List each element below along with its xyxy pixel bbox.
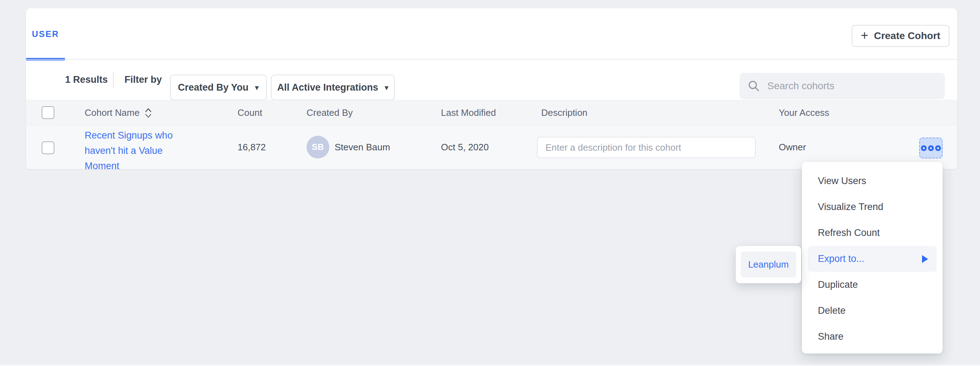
results-count: 1 Results bbox=[65, 60, 108, 100]
column-header-your-access: Your Access bbox=[779, 100, 829, 125]
column-header-last-modified: Last Modified bbox=[441, 100, 496, 125]
integrations-dropdown[interactable]: All Active Integrations ▾ bbox=[271, 74, 395, 100]
column-header-count: Count bbox=[237, 100, 262, 125]
access-level: Owner bbox=[779, 125, 806, 169]
tab-user-label: USER bbox=[32, 29, 59, 39]
search-input[interactable] bbox=[767, 80, 937, 92]
cohorts-card: USER + Create Cohort 1 Results Filter by… bbox=[26, 8, 957, 169]
avatar: SB bbox=[307, 136, 329, 158]
toolbar-divider bbox=[113, 72, 114, 88]
created-by-dropdown-label: Created By You bbox=[178, 82, 248, 93]
create-cohort-button[interactable]: + Create Cohort bbox=[852, 25, 950, 47]
toolbar: 1 Results Filter by Created By You ▾ All… bbox=[26, 60, 957, 100]
submenu-arrow-icon bbox=[922, 255, 928, 263]
menu-item-view-users[interactable]: View Users bbox=[802, 168, 943, 194]
menu-item-export-to[interactable]: Export to... bbox=[808, 246, 937, 272]
tab-bar: USER + Create Cohort bbox=[26, 8, 957, 60]
more-options-icon bbox=[921, 145, 927, 151]
chevron-down-icon: ▾ bbox=[385, 83, 389, 92]
last-modified-date: Oct 5, 2020 bbox=[441, 125, 488, 169]
table-header: Cohort Name Count Created By Last Modifi… bbox=[26, 100, 957, 125]
column-header-description: Description bbox=[541, 100, 587, 125]
column-header-cohort-name[interactable]: Cohort Name bbox=[84, 100, 152, 125]
more-options-icon bbox=[928, 145, 934, 151]
menu-item-export-label: Export to... bbox=[818, 254, 864, 265]
select-all-checkbox[interactable] bbox=[41, 106, 54, 119]
more-options-icon bbox=[935, 145, 941, 151]
more-options-button[interactable] bbox=[919, 138, 943, 158]
page-bottom-edge bbox=[0, 364, 980, 366]
column-header-created-by: Created By bbox=[307, 100, 353, 125]
context-menu: View Users Visualize Trend Refresh Count… bbox=[802, 162, 943, 353]
submenu-item-leanplum[interactable]: Leanplum bbox=[741, 252, 796, 277]
cohort-count: 16,872 bbox=[237, 125, 266, 169]
tab-user[interactable]: USER bbox=[26, 8, 65, 60]
search-icon bbox=[748, 79, 760, 92]
description-input[interactable] bbox=[537, 137, 756, 158]
row-checkbox[interactable] bbox=[41, 141, 54, 154]
created-by-name: Steven Baum bbox=[335, 125, 390, 169]
column-label: Cohort Name bbox=[84, 107, 140, 118]
sort-icon bbox=[145, 107, 152, 119]
chevron-down-icon: ▾ bbox=[255, 83, 259, 92]
menu-item-duplicate[interactable]: Duplicate bbox=[802, 272, 943, 298]
integrations-dropdown-label: All Active Integrations bbox=[277, 82, 378, 93]
menu-item-refresh-count[interactable]: Refresh Count bbox=[802, 220, 943, 246]
filter-by-label: Filter by bbox=[124, 60, 162, 100]
menu-item-delete[interactable]: Delete bbox=[802, 298, 943, 324]
cohort-name-link[interactable]: Recent Signups who haven't hit a Value M… bbox=[84, 128, 179, 174]
export-submenu: Leanplum bbox=[736, 246, 801, 283]
page: USER + Create Cohort 1 Results Filter by… bbox=[0, 0, 980, 366]
menu-item-share[interactable]: Share bbox=[802, 324, 943, 350]
create-cohort-label: Create Cohort bbox=[874, 30, 940, 41]
created-by-dropdown[interactable]: Created By You ▾ bbox=[170, 74, 267, 100]
menu-item-visualize-trend[interactable]: Visualize Trend bbox=[802, 194, 943, 220]
plus-icon: + bbox=[861, 29, 869, 42]
search-box bbox=[740, 73, 945, 99]
